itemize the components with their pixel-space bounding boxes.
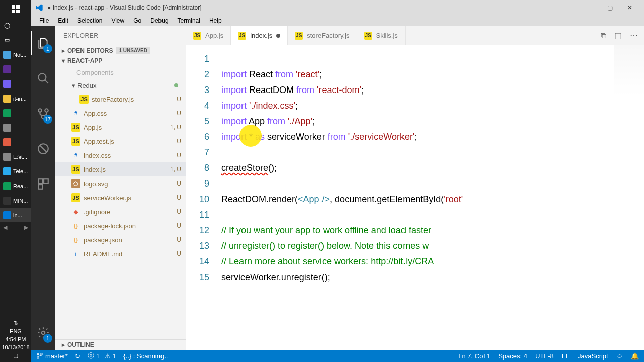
code-content[interactable]: import React from 'react'; import ReactD…	[218, 45, 644, 350]
status-bell-icon[interactable]: 🔔	[631, 352, 639, 360]
folder-redux[interactable]: ▾ Redux	[55, 79, 186, 92]
file-row[interactable]: JSindex.js1, U	[55, 162, 186, 176]
status-sync[interactable]: ↻	[75, 352, 80, 360]
outline-header[interactable]: ▸ OUTLINE	[55, 339, 186, 350]
file-icon: JS	[238, 32, 246, 40]
activity-settings[interactable]: 1	[31, 321, 55, 345]
taskbar-app[interactable]: Rea...	[0, 178, 31, 193]
file-name: storeFactory.js	[92, 96, 174, 103]
activity-scm[interactable]: 17	[31, 102, 55, 126]
file-icon: #	[71, 151, 80, 160]
taskbar-app[interactable]	[0, 76, 31, 91]
taskbar-app[interactable]: MIN...	[0, 193, 31, 208]
taskbar-taskview[interactable]: ▭	[0, 33, 31, 47]
open-editors-header[interactable]: ▸ OPEN EDITORS 1 UNSAVED	[55, 45, 186, 56]
taskbar-app[interactable]	[0, 106, 31, 120]
menu-file[interactable]: File	[35, 16, 53, 25]
dirty-indicator	[276, 34, 280, 38]
error-icon: ⓧ	[88, 351, 94, 360]
tray-date[interactable]: 10/13/2018	[0, 343, 31, 351]
status-eol[interactable]: LF	[562, 352, 570, 360]
svg-rect-2	[12, 10, 15, 13]
file-name: App.css	[84, 110, 174, 117]
activity-extensions[interactable]	[31, 172, 55, 196]
status-scanning[interactable]: {..} : Scanning..	[123, 352, 168, 360]
search-icon	[37, 72, 50, 85]
status-problems[interactable]: ⓧ1 ⚠1	[88, 351, 116, 360]
file-row[interactable]: #index.cssU	[55, 148, 186, 162]
code-editor[interactable]: 123456789101112131415 import React from …	[186, 45, 644, 350]
menu-view[interactable]: View	[107, 16, 128, 25]
file-status: U	[174, 194, 181, 201]
menu-go[interactable]: Go	[129, 16, 145, 25]
minimap[interactable]	[614, 45, 644, 96]
editor-tab[interactable]: JSSkills.js	[357, 26, 406, 45]
file-icon: JS	[71, 123, 80, 132]
close-button[interactable]: ✕	[620, 0, 640, 15]
taskbar-app[interactable]: it-in...	[0, 91, 31, 106]
project-header[interactable]: ▾ REACT-APP	[55, 56, 186, 66]
menu-edit[interactable]: Edit	[54, 16, 72, 25]
taskbar-cortana[interactable]: ◯	[0, 18, 31, 33]
svg-point-12	[42, 331, 45, 335]
status-feedback-icon[interactable]: ☺	[616, 352, 623, 360]
more-actions-icon[interactable]: ⋯	[630, 31, 638, 40]
title-bar[interactable]: ● index.js - react-app - Visual Studio C…	[31, 0, 644, 15]
taskbar-scroll[interactable]: ◀▶	[0, 222, 31, 233]
tray-notifications-icon[interactable]: ▢	[0, 351, 31, 360]
file-name: App.js	[84, 124, 167, 131]
menu-help[interactable]: Help	[205, 16, 226, 25]
file-row[interactable]: JSApp.js1, U	[55, 120, 186, 134]
start-button[interactable]	[0, 0, 31, 18]
file-row[interactable]: JSApp.test.jsU	[55, 134, 186, 148]
file-row[interactable]: JSserviceWorker.jsU	[55, 191, 186, 205]
folder-components[interactable]: Components	[55, 66, 186, 79]
taskbar-app[interactable]: Tele...	[0, 164, 31, 178]
taskbar-app[interactable]	[0, 135, 31, 149]
activity-search[interactable]	[31, 66, 55, 90]
tray-language[interactable]: ENG	[0, 327, 31, 335]
maximize-button[interactable]: ▢	[600, 0, 620, 15]
svg-point-4	[38, 73, 46, 81]
minimize-button[interactable]: —	[580, 0, 600, 15]
file-row[interactable]: JSstoreFactory.jsU	[55, 92, 186, 106]
activity-bar: 1 17 1	[31, 26, 55, 350]
compare-changes-icon[interactable]: ⧉	[601, 31, 606, 40]
menu-debug[interactable]: Debug	[146, 16, 172, 25]
chevron-down-icon: ▾	[60, 57, 66, 64]
status-encoding[interactable]: UTF-8	[535, 352, 554, 360]
activity-explorer[interactable]: 1	[31, 31, 55, 55]
tray-wifi-icon[interactable]: ⇅	[0, 319, 31, 327]
tray-time[interactable]: 4:54 PM	[0, 335, 31, 343]
activity-debug[interactable]	[31, 137, 55, 161]
taskbar-app[interactable]: E:\it...	[0, 149, 31, 164]
file-row[interactable]: ◆.gitignoreU	[55, 205, 186, 219]
menu-selection[interactable]: Selection	[73, 16, 106, 25]
status-branch[interactable]: master*	[36, 352, 68, 360]
file-row[interactable]: {}package-lock.jsonU	[55, 219, 186, 233]
file-icon: ⬠	[71, 179, 80, 188]
status-indentation[interactable]: Spaces: 4	[498, 352, 527, 360]
taskbar-app[interactable]: in...	[0, 208, 31, 222]
file-status: U	[174, 180, 181, 187]
file-row[interactable]: ⬠logo.svgU	[55, 176, 186, 191]
file-status: U	[174, 250, 181, 257]
taskbar-app[interactable]	[0, 62, 31, 76]
tab-label: Skills.js	[376, 32, 398, 39]
file-row[interactable]: #App.cssU	[55, 106, 186, 120]
status-language[interactable]: JavaScript	[578, 352, 608, 360]
split-editor-icon[interactable]: ◫	[614, 31, 622, 40]
status-cursor-position[interactable]: Ln 7, Col 1	[458, 352, 490, 360]
menu-terminal[interactable]: Terminal	[174, 16, 204, 25]
editor-tab[interactable]: JSApp.js	[186, 26, 231, 45]
taskbar-app[interactable]	[0, 120, 31, 135]
file-row[interactable]: iREADME.mdU	[55, 247, 186, 261]
tab-bar: JSApp.jsJSindex.jsJSstoreFactory.jsJSSki…	[186, 26, 644, 45]
file-icon: JS	[71, 137, 80, 146]
file-row[interactable]: {}package.jsonU	[55, 233, 186, 247]
file-icon: i	[71, 249, 80, 258]
system-tray[interactable]: ⇅ ENG 4:54 PM 10/13/2018 ▢	[0, 317, 31, 362]
taskbar-app[interactable]: Not...	[0, 47, 31, 62]
editor-tab[interactable]: JSstoreFactory.js	[288, 26, 357, 45]
editor-tab[interactable]: JSindex.js	[231, 26, 288, 45]
